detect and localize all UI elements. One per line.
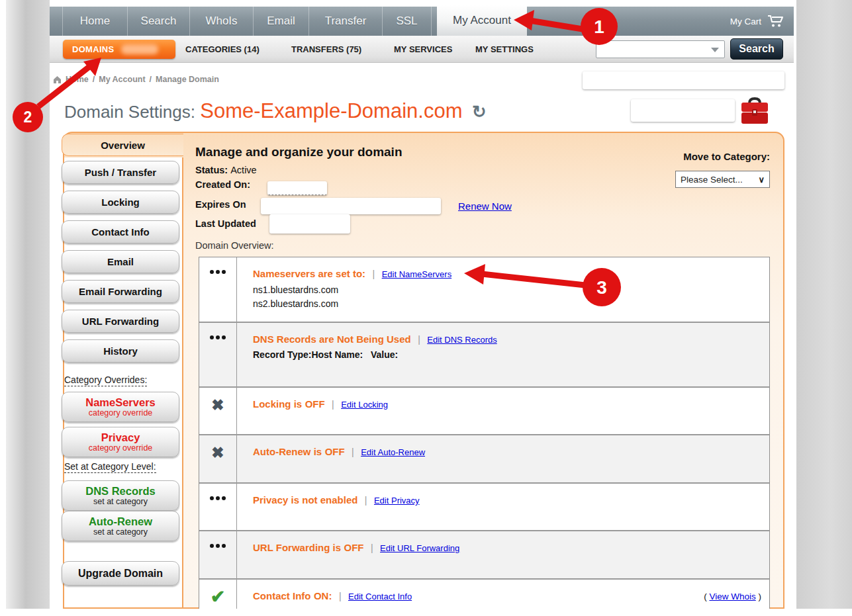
ellipsis-icon xyxy=(199,257,237,322)
separator: | xyxy=(352,447,354,457)
last-updated-line: Last Updated xyxy=(195,218,256,229)
override-subtitle: category override xyxy=(89,443,153,453)
override-title: Privacy xyxy=(101,432,140,443)
row-status: Not Being Used xyxy=(337,333,411,345)
breadcrumb-manage-domain: Manage Domain xyxy=(156,75,219,84)
cart-icon xyxy=(767,15,784,28)
overview-row-nameservers: Nameservers are set to: | Edit NameServe… xyxy=(199,257,769,322)
row-title: URL Forwarding is xyxy=(253,542,341,553)
subnav-tab-transfers[interactable]: TRANSFERS (75) xyxy=(291,36,361,63)
combobox-arrow-icon[interactable] xyxy=(711,48,719,52)
subnav-tab-my-services[interactable]: MY SERVICES xyxy=(394,36,452,63)
sidebar-tab-push-transfer[interactable]: Push / Transfer xyxy=(62,161,179,184)
category-level-title: DNS Records xyxy=(85,486,155,497)
sidebar-tab-label: Push / Transfer xyxy=(85,167,156,178)
breadcrumb-separator: / xyxy=(150,75,152,84)
sidebar-button-privacy-override[interactable]: Privacy category override xyxy=(62,427,179,457)
overview-row-url-forwarding: URL Forwarding is OFF | Edit URL Forward… xyxy=(199,530,769,578)
ellipsis-icon xyxy=(199,531,237,578)
sidebar-button-nameservers-override[interactable]: NameServers category override xyxy=(62,392,179,422)
status-label: Status: xyxy=(195,165,228,175)
override-title: NameServers xyxy=(85,397,156,408)
x-icon: ✖ xyxy=(211,446,224,482)
overview-row-privacy: Privacy is not enabled | Edit Privacy xyxy=(199,482,769,530)
page: Home Search WhoIs Email Transfer SSL My … xyxy=(0,0,852,616)
sidebar-tab-label: Email Forwarding xyxy=(79,286,162,297)
edit-locking-link[interactable]: Edit Locking xyxy=(341,400,388,410)
edit-privacy-link[interactable]: Edit Privacy xyxy=(374,496,420,506)
top-nav-tab-ssl[interactable]: SSL xyxy=(383,7,432,36)
top-nav-tab-transfer[interactable]: Transfer xyxy=(309,7,383,36)
sidebar-tab-history[interactable]: History xyxy=(62,339,179,363)
status-value: Active xyxy=(230,165,257,175)
sidebar-tab-label: Email xyxy=(107,256,134,267)
sidebar-tab-locking[interactable]: Locking xyxy=(62,191,179,214)
created-on-line: Created On: xyxy=(195,179,250,190)
sidebar-tab-email-forwarding[interactable]: Email Forwarding xyxy=(62,280,179,303)
sidebar-tab-url-forwarding[interactable]: URL Forwarding xyxy=(62,310,179,333)
x-icon: ✖ xyxy=(211,398,224,434)
subnav-tab-categories[interactable]: CATEGORIES (14) xyxy=(185,36,260,63)
edit-nameservers-link[interactable]: Edit NameServers xyxy=(382,269,451,279)
sub-navigation: DOMAINS CATEGORIES (14) TRANSFERS (75) M… xyxy=(50,36,794,63)
move-to-category-select[interactable]: Please Select... ∨ xyxy=(675,171,770,188)
subnav-tab-domains[interactable]: DOMAINS xyxy=(63,40,175,59)
nameserver-value: ns1.bluestardns.com xyxy=(253,283,760,297)
upgrade-domain-button[interactable]: Upgrade Domain xyxy=(62,561,179,586)
refresh-icon[interactable]: ↻ xyxy=(472,102,487,122)
domain-search-combobox[interactable] xyxy=(596,40,725,58)
breadcrumb-my-account[interactable]: My Account xyxy=(99,75,145,84)
sidebar-tab-label: Contact Info xyxy=(91,226,150,238)
category-overrides-heading[interactable]: Category Overrides: xyxy=(64,374,147,386)
row-status: ON: xyxy=(314,590,332,601)
category-level-subtitle: set at category xyxy=(93,527,148,537)
category-level-subtitle: set at category xyxy=(93,497,148,506)
sidebar-tab-overview[interactable]: Overview xyxy=(62,134,183,156)
edit-contact-info-link[interactable]: Edit Contact Info xyxy=(348,592,412,601)
status-line: Status: Active xyxy=(195,165,257,175)
last-updated-label: Last Updated xyxy=(195,218,256,229)
renew-now-link[interactable]: Renew Now xyxy=(458,200,512,212)
sidebar-tab-email[interactable]: Email xyxy=(62,250,179,273)
row-title: Privacy is not enabled xyxy=(253,494,357,506)
sidebar-tab-label: Overview xyxy=(101,140,145,151)
breadcrumb-home[interactable]: Home xyxy=(66,75,89,84)
set-at-category-heading[interactable]: Set at Category Level: xyxy=(64,461,156,473)
top-nav-tab-whois[interactable]: WhoIs xyxy=(190,7,254,36)
domain-overview-table: Nameservers are set to: | Edit NameServe… xyxy=(199,257,770,616)
sidebar-tab-contact-info[interactable]: Contact Info xyxy=(62,220,179,243)
ellipsis-icon xyxy=(199,484,237,530)
row-title: Contact Info xyxy=(253,590,311,601)
top-nav-tab-my-account[interactable]: My Account xyxy=(437,5,527,36)
expires-on-label: Expires On xyxy=(195,199,246,210)
overview-row-dns-records: DNS Records are Not Being Used | Edit DN… xyxy=(199,322,769,386)
override-subtitle: category override xyxy=(89,408,153,418)
my-cart-label: My Cart xyxy=(730,17,761,26)
section-heading: Manage and organize your domain xyxy=(195,145,402,159)
category-level-title: Auto-Renew xyxy=(89,516,152,527)
toolbox-icon[interactable] xyxy=(739,97,770,126)
row-status: OFF xyxy=(305,398,325,410)
top-navigation: Home Search WhoIs Email Transfer SSL My … xyxy=(50,7,794,36)
overview-row-auto-renew: ✖ Auto-Renew is OFF | Edit Auto-Renew xyxy=(199,434,769,482)
page-title: Domain Settings: Some-Example-Domain.com… xyxy=(64,99,487,123)
sidebar-button-dns-records-category[interactable]: DNS Records set at category xyxy=(62,480,179,511)
expires-on-line: Expires On xyxy=(195,199,246,210)
top-nav-tab-search[interactable]: Search xyxy=(128,7,190,36)
edit-dns-records-link[interactable]: Edit DNS Records xyxy=(427,335,497,345)
edit-url-forwarding-link[interactable]: Edit URL Forwarding xyxy=(380,543,459,553)
row-status: OFF xyxy=(325,446,345,457)
domain-overview-label: Domain Overview: xyxy=(195,240,273,251)
title-prefix: Domain Settings: xyxy=(64,102,200,122)
redacted-updated-date xyxy=(269,214,350,234)
breadcrumb-separator: / xyxy=(93,75,95,84)
top-nav-tab-email[interactable]: Email xyxy=(254,7,309,36)
subnav-tab-my-settings[interactable]: MY SETTINGS xyxy=(475,36,534,63)
my-cart-button[interactable]: My Cart xyxy=(730,7,784,36)
edit-auto-renew-link[interactable]: Edit Auto-Renew xyxy=(361,447,425,457)
left-gutter xyxy=(6,0,50,609)
top-nav-tab-home[interactable]: Home xyxy=(63,7,128,36)
search-button[interactable]: Search xyxy=(730,38,783,60)
sidebar-button-auto-renew-category[interactable]: Auto-Renew set at category xyxy=(62,511,179,541)
view-whois-link[interactable]: View Whois xyxy=(709,592,755,601)
